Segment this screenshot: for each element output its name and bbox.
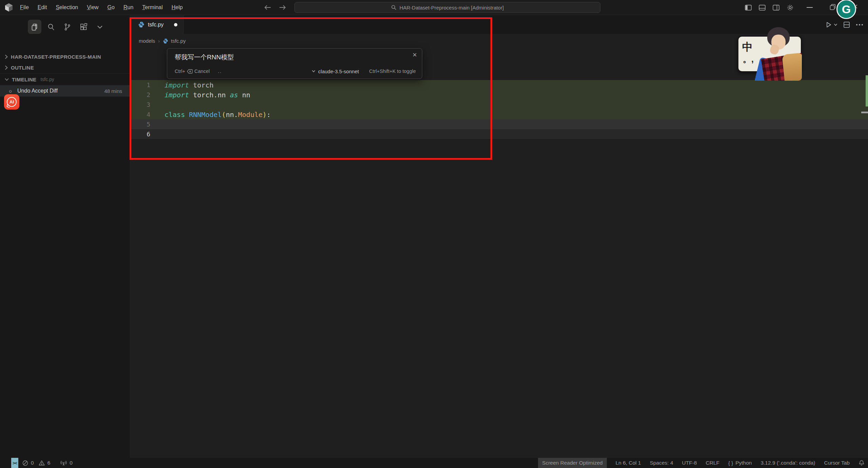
prompt-more-button[interactable]: .. <box>218 69 222 74</box>
timeline-file-label: tsfc.py <box>40 77 54 82</box>
ports-count: 0 <box>70 460 73 466</box>
line-number: 1 <box>131 81 150 89</box>
menu-help[interactable]: Help <box>167 0 187 15</box>
window-minimize-button[interactable] <box>807 7 813 8</box>
prompt-text[interactable]: 帮我写一个RNN模型 <box>175 53 234 62</box>
code-line-5[interactable]: 5 <box>131 119 868 129</box>
sidebar-section-project[interactable]: HAR-DATASET-PREPROCESS-MAIN <box>0 51 130 62</box>
cursor-position-status[interactable]: Ln 6, Col 1 <box>616 460 641 466</box>
warnings-count: 6 <box>47 460 51 466</box>
close-icon[interactable]: × <box>412 51 417 59</box>
project-section-label: HAR-DATASET-PREPROCESS-MAIN <box>11 54 101 60</box>
timeline-item-time: 48 mins <box>104 88 122 94</box>
menu-edit[interactable]: Edit <box>33 0 52 15</box>
screen-reader-status[interactable]: Screen Reader Optimized <box>538 458 606 468</box>
overview-ruler-added-mark <box>866 75 868 106</box>
python-file-icon <box>138 21 144 28</box>
menu-run[interactable]: Run <box>119 0 138 15</box>
tab-modified-dot-icon[interactable] <box>174 23 177 26</box>
encoding-status[interactable]: UTF-8 <box>682 460 697 466</box>
run-python-file-icon[interactable] <box>825 21 837 28</box>
errors-count: 0 <box>31 460 34 466</box>
cursor-tab-status[interactable]: Cursor Tab <box>824 460 850 466</box>
toggle-secondary-sidebar-icon[interactable] <box>773 5 779 11</box>
ai-assistant-floating-button[interactable]: AI <box>4 94 19 110</box>
explorer-view-icon[interactable] <box>28 20 41 34</box>
indentation-status[interactable]: Spaces: 4 <box>650 460 673 466</box>
tab-tsfc-py[interactable]: tsfc.py <box>131 15 184 34</box>
breadcrumb-folder[interactable]: models <box>139 38 155 44</box>
ai-bubble-icon: AI <box>7 97 17 107</box>
section-divider <box>0 73 130 74</box>
status-bar: >< 0 6 0 Screen Reader Optimized Ln 6, C… <box>0 458 868 468</box>
code-line-1[interactable]: 1 import torch <box>131 80 868 90</box>
toggle-panel-icon[interactable] <box>759 5 766 11</box>
editor-group: tsfc.py models › tsf <box>131 15 868 458</box>
nav-back-icon[interactable] <box>264 4 271 11</box>
python-file-icon <box>163 38 168 44</box>
code-line-2[interactable]: 2 import torch.nn as nn <box>131 90 868 100</box>
line-number: 3 <box>131 101 150 108</box>
search-icon <box>391 5 397 10</box>
more-actions-icon[interactable] <box>856 24 863 26</box>
backspace-icon <box>187 69 193 74</box>
remote-indicator[interactable]: >< <box>11 458 18 468</box>
sidebar: HAR-DATASET-PREPROCESS-MAIN OUTLINE TIME… <box>0 15 130 458</box>
line-number: 6 <box>131 131 150 138</box>
warnings-icon <box>39 460 45 466</box>
search-view-icon[interactable] <box>44 20 58 34</box>
breadcrumb-separator-icon: › <box>158 38 160 44</box>
cancel-button[interactable]: Cancel <box>194 69 210 74</box>
menu-file[interactable]: File <box>16 0 33 15</box>
python-interpreter-status[interactable]: 3.12.9 ('.conda': conda) <box>760 460 815 466</box>
chevron-right-icon <box>4 65 8 70</box>
split-editor-icon[interactable] <box>843 21 850 28</box>
cancel-shortcut-key: Ctrl+ <box>175 69 185 74</box>
timeline-item-label: Undo Accept Diff <box>17 88 58 94</box>
menu-terminal[interactable]: Terminal <box>138 0 167 15</box>
window-restore-button[interactable] <box>830 4 836 10</box>
ime-status-popup[interactable]: 中 。, <box>737 27 803 73</box>
eol-status[interactable]: CRLF <box>706 460 719 466</box>
menu-view[interactable]: View <box>82 0 103 15</box>
language-status[interactable]: { } Python <box>728 460 752 466</box>
more-views-chevron-icon[interactable] <box>93 20 107 34</box>
code-line-6[interactable]: 6 <box>131 129 868 139</box>
ports-status[interactable]: 0 <box>60 460 73 466</box>
line-number: 4 <box>131 111 150 118</box>
ime-photo-vest <box>782 53 802 81</box>
code-line-3[interactable]: 3 <box>131 100 868 110</box>
sidebar-section-outline[interactable]: OUTLINE <box>0 62 130 73</box>
errors-icon <box>22 460 28 466</box>
breadcrumb-file[interactable]: tsfc.py <box>171 38 186 44</box>
command-center-search[interactable]: HAR-Dataset-Preprocess-main [Administrat… <box>294 2 600 13</box>
sidebar-section-timeline[interactable]: TIMELINE tsfc.py <box>0 74 130 85</box>
model-selector[interactable]: claude-3.5-sonnet <box>318 69 359 74</box>
line-number: 2 <box>131 91 150 98</box>
toggle-primary-sidebar-icon[interactable] <box>745 5 752 11</box>
grammarly-badge[interactable]: G <box>836 0 856 19</box>
extensions-view-icon[interactable] <box>77 20 90 34</box>
tab-label: tsfc.py <box>148 22 163 28</box>
notifications-bell-icon[interactable] <box>859 460 865 466</box>
language-label: Python <box>735 460 752 466</box>
toggle-shortcut-hint: Ctrl+Shift+K to toggle <box>369 69 416 74</box>
cursor-window: File Edit Selection View Go Run Terminal… <box>0 0 868 468</box>
source-control-icon[interactable] <box>60 20 74 34</box>
menu-go[interactable]: Go <box>103 0 119 15</box>
settings-gear-icon[interactable] <box>787 4 794 11</box>
inline-ai-prompt[interactable]: 帮我写一个RNN模型 × Ctrl+ Cancel .. claude-3.5-… <box>167 48 422 79</box>
window-title: HAR-Dataset-Preprocess-main [Administrat… <box>400 5 504 11</box>
menu-selection[interactable]: Selection <box>51 0 82 15</box>
braces-icon: { } <box>728 460 733 466</box>
ime-mode-indicator: 中 <box>742 40 753 54</box>
overview-ruler-cursor-mark <box>861 112 868 113</box>
chevron-down-icon <box>4 78 9 81</box>
timeline-item-undo-accept-diff[interactable]: ○ Undo Accept Diff 48 mins <box>0 85 130 97</box>
nav-forward-icon[interactable] <box>279 4 286 11</box>
problems-status[interactable]: 0 6 0 <box>22 460 73 466</box>
code-line-4[interactable]: 4 class RNNModel(nn.Module): <box>131 110 868 119</box>
line-number: 5 <box>131 121 150 128</box>
activity-bar <box>0 19 130 35</box>
titlebar: File Edit Selection View Go Run Terminal… <box>0 0 868 15</box>
